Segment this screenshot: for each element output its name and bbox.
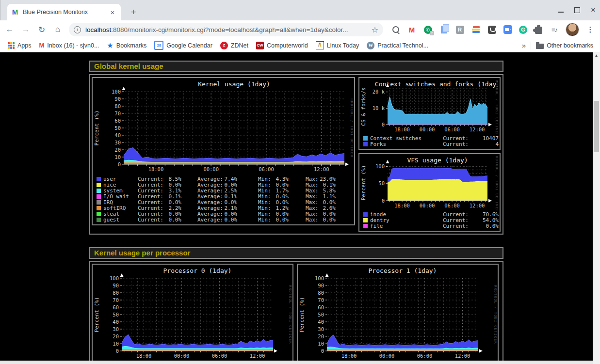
svg-text:0: 0 xyxy=(118,161,121,167)
svg-text:18:00: 18:00 xyxy=(394,203,410,208)
context-switches-graph-panel[interactable]: Context switches and forks (1day)CS & fo… xyxy=(358,77,501,150)
extensions-puzzle-icon[interactable] xyxy=(534,25,543,34)
svg-text:12:00: 12:00 xyxy=(314,166,329,172)
scrollbar-thumb[interactable] xyxy=(594,101,599,152)
profile-avatar[interactable] xyxy=(566,23,579,36)
gmail-icon: M xyxy=(39,42,45,49)
legend-swatch xyxy=(97,218,101,222)
page-info-icon[interactable]: i xyxy=(74,26,81,33)
bookmark-practical-technology[interactable]: W Practical Technol... xyxy=(367,42,428,49)
browser-toolbar: ← → ↻ ⌂ i localhost:8080/monitorix-cgi/m… xyxy=(0,20,600,39)
monitorix-page: Global kernel usage Kernel usage (1day)P… xyxy=(0,52,593,364)
grammarly-icon[interactable]: G xyxy=(519,26,527,34)
other-bookmarks-button[interactable]: Other bookmarks xyxy=(536,42,593,49)
svg-text:50: 50 xyxy=(378,180,385,186)
tab-close-icon[interactable]: × xyxy=(108,8,117,16)
vfs-usage-rrd-graph[interactable]: VFS usage (1day)Percent (%)RRDTOOL / TOB… xyxy=(360,156,499,210)
legend-swatch xyxy=(363,218,368,222)
processor1-graph-panel[interactable]: Processor 1 (1day)Percent (%)RRDTOOL / T… xyxy=(297,264,499,364)
svg-text:20: 20 xyxy=(318,333,324,339)
apps-grid-icon xyxy=(8,42,15,49)
address-bar[interactable]: i localhost:8080/monitorix-cgi/monitorix… xyxy=(69,23,383,36)
gmail-icon[interactable]: M xyxy=(407,25,417,34)
search-icon[interactable] xyxy=(391,25,401,34)
legend-row-system: systemCurrent:3.1%Average:2.5%Min:1.7%Ma… xyxy=(94,188,353,193)
pocket-icon[interactable] xyxy=(487,25,497,34)
svg-text:00:00: 00:00 xyxy=(174,353,190,359)
bookmarks-bar: Apps M Inbox (16) - sjvn0... ★ Bookmarks… xyxy=(0,39,600,52)
legend-series-name: file xyxy=(370,223,442,229)
svg-text:18:00: 18:00 xyxy=(136,353,152,359)
svg-text:10: 10 xyxy=(113,341,119,347)
window-minimize-button[interactable] xyxy=(558,12,564,13)
window-bottom-strip xyxy=(0,361,593,364)
svg-text:70: 70 xyxy=(114,111,121,116)
r-extension-icon[interactable]: R xyxy=(455,25,465,34)
bookmark-zdnet[interactable]: Z ZDNet xyxy=(220,42,248,49)
kernel-usage-rrd-graph[interactable]: Kernel usage (1day)Percent (%)RRDTOOL / … xyxy=(94,80,353,175)
bookmark-linux-today[interactable]: /t Linux Today xyxy=(316,41,359,49)
kernel-per-processor-section: Processor 0 (1day)Percent (%)RRDTOOL / T… xyxy=(89,261,503,364)
svg-text:RRDTOOL / TOBI OETIKER: RRDTOOL / TOBI OETIKER xyxy=(495,156,498,210)
calendar-icon: 28 xyxy=(154,41,163,50)
kernel-usage-graph-panel[interactable]: Kernel usage (1day)Percent (%)RRDTOOL / … xyxy=(92,77,355,225)
processor0-rrd-graph[interactable]: Processor 0 (1day)Percent (%)RRDTOOL / T… xyxy=(94,267,292,362)
svg-text:100: 100 xyxy=(112,89,121,95)
media-playlist-icon[interactable]: ≡♪ xyxy=(550,25,559,34)
copy-pages-icon[interactable] xyxy=(439,25,449,34)
legend-row-context-switches: Context switchesCurrent:10407 xyxy=(360,135,499,141)
bookmark-inbox[interactable]: M Inbox (16) - sjvn0... xyxy=(39,42,99,49)
svg-text:0: 0 xyxy=(382,122,385,127)
zoom-meeting-icon[interactable] xyxy=(503,25,513,34)
legend-swatch xyxy=(363,224,368,228)
legend-series-name: guest xyxy=(103,217,138,223)
computerworld-icon: CW xyxy=(256,42,264,49)
svg-text:80: 80 xyxy=(318,290,324,296)
legend-swatch xyxy=(363,142,368,146)
svg-text:40: 40 xyxy=(114,132,121,138)
legend-stat: Max:0.0% xyxy=(306,217,336,223)
context-switches-rrd-graph[interactable]: Context switches and forks (1day)CS & fo… xyxy=(360,80,499,134)
svg-text:80: 80 xyxy=(114,103,121,109)
url-text[interactable]: localhost:8080/monitorix-cgi/monitorix.c… xyxy=(85,26,369,33)
svg-text:Kernel usage (1day): Kernel usage (1day) xyxy=(198,80,270,88)
browser-menu-icon[interactable]: ⋮ xyxy=(585,25,595,34)
browser-tab[interactable]: M Blue Precision Monitorix × xyxy=(7,4,121,20)
google-voice-icon[interactable]: ✆ xyxy=(423,25,433,34)
back-icon[interactable]: ← xyxy=(3,23,16,36)
bookmark-star-icon[interactable]: ☆ xyxy=(372,25,378,34)
svg-text:12:00: 12:00 xyxy=(470,127,485,132)
processor1-rrd-graph[interactable]: Processor 1 (1day)Percent (%)RRDTOOL / T… xyxy=(299,267,497,362)
legend-swatch xyxy=(97,189,101,193)
legend-swatch xyxy=(97,212,101,216)
processor0-graph-panel[interactable]: Processor 0 (1day)Percent (%)RRDTOOL / T… xyxy=(92,264,293,364)
home-icon[interactable]: ⌂ xyxy=(51,23,64,36)
window-maximize-button[interactable] xyxy=(574,7,580,13)
vfs-usage-graph-panel[interactable]: VFS usage (1day)Percent (%)RRDTOOL / TOB… xyxy=(358,153,501,232)
zdnet-icon: Z xyxy=(220,42,228,49)
svg-text:06:00: 06:00 xyxy=(259,166,274,172)
forward-icon[interactable]: → xyxy=(19,23,32,36)
svg-text:00:00: 00:00 xyxy=(379,353,395,359)
legend-row-guest: guestCurrent:0.0%Average:0.0%Min:0.0%Max… xyxy=(94,217,353,222)
svg-text:70: 70 xyxy=(318,297,324,303)
bookmark-google-calendar[interactable]: 28 Google Calendar xyxy=(154,41,212,50)
folder-icon xyxy=(536,44,544,49)
bookmark-computerworld[interactable]: CW Computerworld xyxy=(256,42,308,49)
wordpress-icon: W xyxy=(367,42,374,49)
books-icon[interactable] xyxy=(471,25,481,34)
svg-text:Percent (%): Percent (%) xyxy=(299,297,305,332)
new-tab-button[interactable]: + xyxy=(128,6,139,18)
svg-text:18:00: 18:00 xyxy=(394,127,410,132)
reload-icon[interactable]: ↻ xyxy=(35,23,48,36)
legend-stat: Current:0.0% xyxy=(138,217,181,223)
svg-text:100: 100 xyxy=(110,275,119,281)
svg-text:Processor 1 (1day): Processor 1 (1day) xyxy=(369,267,437,274)
window-close-button[interactable]: × xyxy=(591,7,596,14)
bookmarks-overflow-icon[interactable]: » xyxy=(522,41,526,49)
bookmark-bookmarks[interactable]: ★ Bookmarks xyxy=(107,41,146,50)
svg-text:50: 50 xyxy=(113,312,119,317)
bookmark-apps[interactable]: Apps xyxy=(8,42,32,49)
scrollbar-up-icon[interactable]: ▲ xyxy=(593,53,600,58)
page-scrollbar[interactable]: ▲ xyxy=(593,52,600,364)
